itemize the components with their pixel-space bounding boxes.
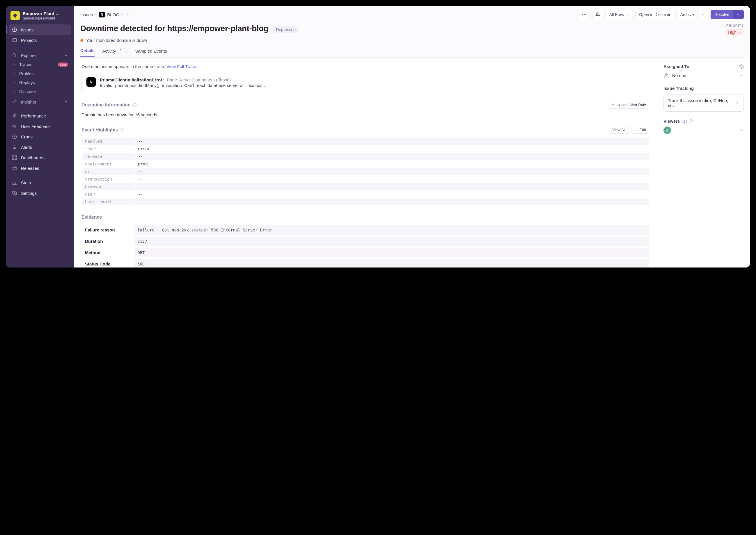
chevron-down-icon (64, 100, 68, 104)
dot-icon (14, 91, 15, 92)
archive-button[interactable]: Archive (677, 10, 698, 19)
sidebar-item-traces[interactable]: Traces beta (6, 60, 74, 69)
highlight-key: environment (82, 160, 135, 167)
user-icon (663, 72, 669, 78)
sidebar-item-projects[interactable]: Projects (9, 35, 71, 45)
env-selector[interactable]: All Envs (606, 10, 633, 19)
highlight-key: level (82, 145, 135, 152)
org-name: Empower Plant … (23, 11, 60, 16)
table-row: browser-- (82, 183, 649, 190)
sidebar-section-insights[interactable]: Insights (6, 96, 74, 106)
sidebar-item-profiles[interactable]: Profiles (6, 69, 74, 78)
chevron-right-icon (735, 100, 740, 105)
dot-icon (14, 73, 15, 74)
highlight-key: User: email (82, 198, 135, 205)
project-badge: N (99, 12, 105, 17)
info-icon[interactable]: ? (689, 119, 693, 123)
highlight-value: -- (135, 176, 649, 183)
sidebar-item-feedback[interactable]: User Feedback (9, 121, 71, 131)
activity-count-badge: 0 (118, 48, 128, 53)
tab-details[interactable]: Details (80, 48, 95, 57)
table-row: Status Code500 (81, 259, 649, 268)
org-logo-icon (11, 11, 20, 20)
sidebar-label: Discover (19, 89, 36, 94)
chevron-down-icon (739, 128, 744, 132)
status-dot-icon (80, 39, 83, 42)
tab-activity[interactable]: Activity 0 (102, 48, 128, 57)
priority-selector[interactable]: High (725, 29, 744, 36)
archive-dropdown-button[interactable] (697, 10, 708, 19)
info-icon[interactable]: ? (120, 128, 124, 132)
chevron-down-icon[interactable] (125, 13, 130, 16)
table-row: release-- (82, 153, 649, 160)
issues-icon (12, 27, 17, 33)
evidence-value: 500 (134, 259, 649, 268)
table-row: levelerror (82, 145, 649, 152)
svg-rect-1 (13, 39, 16, 42)
sidebar-label: Settings (21, 191, 37, 196)
table-row: Duration3137 (81, 237, 649, 246)
highlight-value: -- (135, 198, 649, 205)
chevron-right-icon: › (95, 12, 97, 17)
assignee-selector[interactable]: No one (663, 72, 744, 78)
issue-tracking-box[interactable]: Track this issue in Jira, GitHub, etc. (663, 94, 744, 112)
gear-icon (12, 190, 17, 196)
sidebar-item-issues[interactable]: Issues (9, 24, 71, 35)
related-error-name: PrismaClientInitializationError: (100, 77, 164, 82)
avatar: A (663, 127, 671, 134)
sidebar-label: Crons (21, 134, 33, 139)
sidebar-label: Replays (19, 80, 35, 85)
sidebar-label: Performance (21, 113, 46, 118)
gear-icon[interactable] (739, 64, 744, 69)
view-full-trace-link[interactable]: View Full Trace › (166, 64, 199, 69)
info-icon[interactable]: ? (133, 103, 136, 107)
sidebar-section-explore[interactable]: Explore (6, 49, 74, 60)
trace-note: One other issue appears in the same trac… (81, 64, 649, 69)
sidebar-item-settings[interactable]: Settings (9, 188, 71, 198)
related-issue-card[interactable]: N PrismaClientInitializationError: Page … (81, 73, 649, 92)
sidebar-item-releases[interactable]: Releases (9, 163, 71, 173)
open-discover-button[interactable]: Open in Discover (635, 10, 674, 19)
sidebar-item-discover[interactable]: Discover (6, 87, 74, 96)
sidebar-item-crons[interactable]: Crons (9, 131, 71, 142)
siren-icon (12, 144, 17, 150)
resolve-dropdown-button[interactable] (733, 10, 744, 19)
svg-point-11 (584, 14, 585, 15)
highlights-table: handled--levelerrorrelease--environmentp… (81, 137, 649, 206)
highlight-key: release (82, 153, 135, 160)
tab-sampled-events[interactable]: Sampled Events (135, 48, 167, 57)
breadcrumb-root[interactable]: Issues (80, 12, 93, 17)
svg-point-13 (613, 104, 614, 105)
more-actions-button[interactable] (579, 10, 590, 19)
sidebar-item-replays[interactable]: Replays (6, 78, 74, 87)
edit-highlights-button[interactable]: Edit (631, 126, 649, 134)
mute-button[interactable] (592, 10, 603, 19)
sidebar-item-dashboards[interactable]: Dashboards (9, 152, 71, 163)
sidebar-item-performance[interactable]: Performance (9, 110, 71, 121)
svg-rect-4 (13, 155, 14, 157)
org-switcher[interactable]: Empower Plant … gabriel.lopes@sent… (6, 8, 74, 24)
resolve-button[interactable]: Resolve (711, 10, 733, 19)
viewers-list[interactable]: A (663, 127, 744, 134)
table-row: transaction-- (82, 176, 649, 183)
projects-icon (12, 37, 17, 43)
evidence-value: GET (134, 248, 649, 257)
sidebar-item-stats[interactable]: Stats (9, 177, 71, 188)
sidebar-label: Traces (19, 62, 32, 67)
sidebar: Empower Plant … gabriel.lopes@sent… Issu… (6, 6, 74, 268)
table-row: url-- (82, 168, 649, 175)
svg-rect-6 (13, 158, 14, 160)
issue-sidebar: Assigned To No one Issue (657, 58, 750, 268)
sidebar-item-alerts[interactable]: Alerts (9, 142, 71, 152)
issue-id: BLOG-1 (107, 12, 123, 17)
view-all-button[interactable]: View All (609, 126, 628, 134)
status-badge: Regressed (273, 26, 299, 33)
highlight-value: error (135, 145, 649, 152)
uptime-alert-rule-button[interactable]: Uptime Alert Rule (608, 101, 649, 109)
beta-badge: beta (58, 63, 68, 67)
downtime-text: Domain has been down for 16 seconds (81, 112, 649, 117)
package-icon (12, 165, 17, 171)
highlight-key: url (82, 168, 135, 175)
tracking-heading: Issue Tracking (663, 86, 694, 91)
stats-icon (12, 180, 17, 185)
